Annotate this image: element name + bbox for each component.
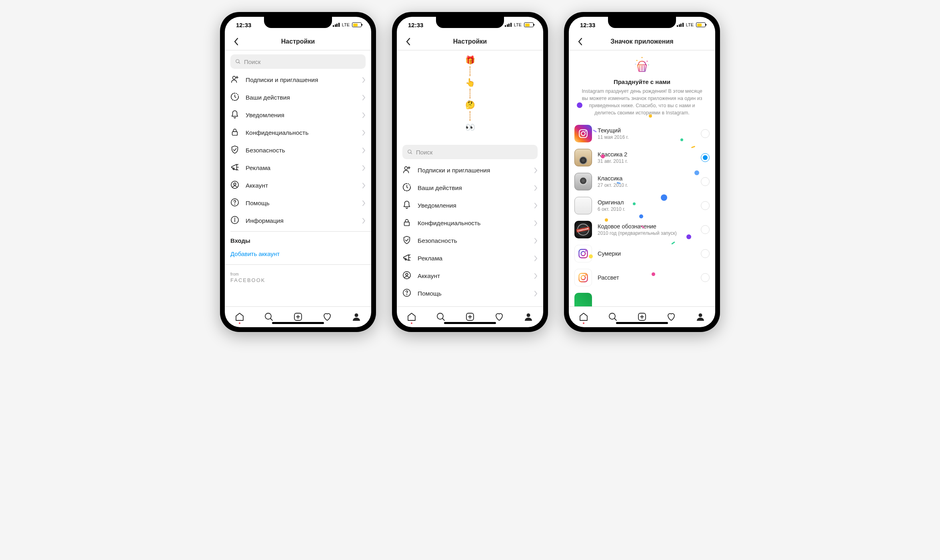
phone-1: 12:33 LTE Настройки Поиск Подписки и при… — [220, 12, 376, 332]
menu-item-info[interactable]: Информация — [225, 212, 371, 230]
chevron-right-icon — [534, 185, 538, 191]
icon-option-dawn[interactable]: Рассвет — [569, 266, 715, 290]
chevron-right-icon — [362, 200, 366, 206]
radio-button[interactable] — [701, 129, 710, 138]
radio-button[interactable] — [701, 249, 710, 258]
chevron-right-icon — [362, 148, 366, 153]
radio-button[interactable] — [701, 273, 710, 282]
menu-item-user-circle[interactable]: Аккаунт — [225, 177, 371, 194]
menu-item-shield[interactable]: Безопасность — [225, 142, 371, 159]
point-emoji: 👆 — [465, 78, 475, 87]
icon-option-original[interactable]: Оригинал 6 окт. 2010 г. — [569, 194, 715, 218]
menu-item-activity-clock[interactable]: Ваши действия — [225, 89, 371, 106]
cupcake-icon — [578, 57, 706, 74]
network-label: LTE — [342, 22, 350, 27]
megaphone-icon — [230, 163, 239, 173]
menu-item-lock[interactable]: Конфиденциальность — [397, 214, 543, 232]
svg-point-36 — [585, 250, 586, 252]
menu-item-user-circle[interactable]: Аккаунт — [397, 267, 543, 285]
menu-item-activity-clock[interactable]: Ваши действия — [397, 179, 543, 197]
tab-home[interactable] — [404, 312, 420, 322]
activity-clock-icon — [230, 92, 239, 103]
icon-option-classic[interactable]: Классика 27 окт. 2010 г. — [569, 170, 715, 194]
menu-item-help[interactable]: Помощь — [397, 285, 543, 302]
logins-header: Входы — [225, 232, 371, 247]
emoji-trail[interactable]: 🎁 👆 🤔 👀 — [397, 50, 543, 141]
gift-emoji: 🎁 — [465, 55, 475, 65]
tab-search[interactable] — [433, 312, 449, 322]
radio-button[interactable] — [701, 177, 710, 186]
tab-home[interactable] — [232, 312, 248, 322]
menu-item-user-plus[interactable]: Подписки и приглашения — [225, 71, 371, 89]
shield-icon — [230, 145, 239, 156]
option-title: Оригинал — [598, 199, 695, 206]
lock-icon — [230, 128, 239, 138]
tab-activity[interactable] — [319, 312, 335, 322]
bell-icon — [230, 110, 239, 120]
menu-item-lock[interactable]: Конфиденциальность — [225, 124, 371, 142]
network-label: LTE — [514, 22, 522, 27]
add-account-link[interactable]: Добавить аккаунт — [225, 247, 371, 264]
option-title: Кодовое обозначение — [598, 223, 695, 230]
menu-item-bell[interactable]: Уведомления — [225, 106, 371, 124]
tab-profile[interactable] — [692, 312, 708, 322]
menu-item-info[interactable]: Информация — [397, 302, 543, 306]
chevron-right-icon — [362, 183, 366, 188]
tab-search[interactable] — [605, 312, 621, 322]
tab-activity[interactable] — [663, 312, 679, 322]
chevron-left-icon — [406, 38, 410, 46]
svg-point-38 — [581, 275, 586, 280]
tab-add[interactable] — [634, 312, 650, 322]
radio-button[interactable] — [701, 153, 710, 162]
icon-option-current[interactable]: Текущий 11 мая 2016 г. — [569, 122, 715, 146]
tab-profile[interactable] — [520, 312, 536, 322]
tab-add[interactable] — [462, 312, 478, 322]
menu-item-shield[interactable]: Безопасность — [397, 232, 543, 250]
back-button[interactable] — [574, 35, 586, 48]
help-icon — [230, 198, 239, 208]
menu-item-label: Ваши действия — [246, 94, 356, 101]
svg-point-7 — [235, 204, 235, 204]
icon-option-green[interactable] — [569, 290, 715, 307]
back-button[interactable] — [402, 35, 414, 48]
search-input[interactable]: Поиск — [402, 145, 538, 159]
menu-item-label: Безопасность — [418, 237, 528, 244]
home-indicator[interactable] — [444, 322, 496, 324]
menu-item-label: Реклама — [418, 255, 528, 262]
chevron-right-icon — [534, 256, 538, 261]
home-indicator[interactable] — [272, 322, 324, 324]
option-date: 31 авг. 2011 г. — [598, 158, 695, 164]
menu-item-user-plus[interactable]: Подписки и приглашения — [397, 162, 543, 179]
option-date: 27 окт. 2010 г. — [598, 182, 695, 188]
option-date: 6 окт. 2010 г. — [598, 206, 695, 212]
radio-button[interactable] — [701, 225, 710, 234]
tab-activity[interactable] — [491, 312, 507, 322]
menu-item-bell[interactable]: Уведомления — [397, 197, 543, 214]
menu-item-megaphone[interactable]: Реклама — [397, 250, 543, 267]
svg-point-5 — [234, 183, 236, 185]
tab-search[interactable] — [261, 312, 277, 322]
menu-item-label: Помощь — [246, 200, 356, 207]
back-button[interactable] — [230, 35, 242, 48]
radio-button[interactable] — [701, 201, 710, 210]
tab-profile[interactable] — [348, 312, 364, 322]
menu-item-megaphone[interactable]: Реклама — [225, 159, 371, 177]
svg-point-4 — [231, 181, 238, 188]
svg-point-42 — [699, 313, 702, 317]
icon-option-classic2[interactable]: Классика 2 31 авг. 2011 г. — [569, 146, 715, 170]
tab-home[interactable] — [576, 312, 592, 322]
chevron-right-icon — [534, 238, 538, 244]
home-indicator[interactable] — [616, 322, 668, 324]
icon-option-dusk[interactable]: Сумерки — [569, 242, 715, 266]
nav-header: Настройки — [397, 33, 543, 50]
user-plus-icon — [402, 165, 411, 176]
status-time: 12:33 — [236, 22, 251, 28]
option-title: Классика — [598, 175, 695, 182]
menu-item-label: Уведомления — [246, 112, 356, 119]
menu-item-help[interactable]: Помощь — [225, 194, 371, 212]
menu-item-label: Информация — [246, 217, 356, 224]
icon-option-codename[interactable]: CODENAME Кодовое обозначение 2010 год (п… — [569, 218, 715, 242]
tab-add[interactable] — [290, 312, 306, 322]
option-title: Сумерки — [598, 250, 695, 257]
search-input[interactable]: Поиск — [230, 54, 366, 69]
